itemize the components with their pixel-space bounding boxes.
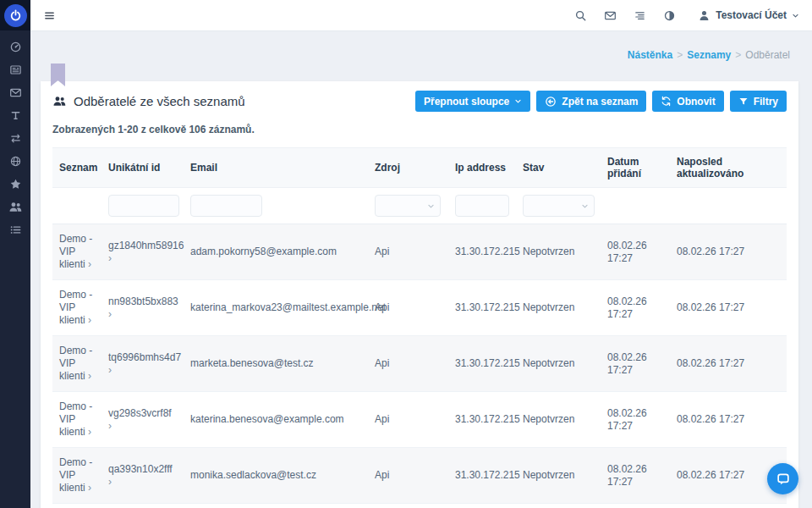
filter-zdroj-select[interactable] (375, 195, 441, 217)
seznam-link[interactable]: Demo - VIP klienti › (59, 400, 92, 438)
envelope-icon (9, 86, 22, 99)
chevron-right-icon: › (88, 258, 91, 270)
filter-cell-added (601, 188, 670, 224)
table-row: Demo - VIP klienti ›hb549s8x694 ›lucie.k… (52, 504, 787, 508)
id-link[interactable]: gz1840hm58916 › (108, 240, 184, 264)
sidebar-item-envelope[interactable] (0, 81, 30, 104)
breadcrumb-separator: > (672, 49, 687, 61)
contrast-icon[interactable] (662, 8, 676, 22)
cell-added: 08.02.26 17:27 (601, 280, 670, 336)
cell-ip: 31.30.172.215 (448, 280, 516, 336)
filter-email-input[interactable] (190, 195, 262, 217)
cell-ip: 31.30.172.215 (448, 448, 516, 504)
table-row: Demo - VIP klienti ›qa393n10x2fff ›monik… (52, 448, 787, 504)
table-row: Demo - VIP klienti ›gz1840hm58916 ›adam.… (52, 224, 787, 280)
refresh-icon (661, 96, 672, 107)
filter-cell-updated (670, 188, 787, 224)
filter-cell-stav (516, 188, 601, 224)
cell-seznam: Demo - VIP klienti › (52, 504, 102, 508)
toggle-columns-button[interactable]: Přepnout sloupce (415, 91, 530, 112)
topbar-actions: Testovací Účet (573, 8, 799, 22)
cell-email: lucie.kralova50@example.com (184, 504, 368, 508)
cell-updated: 08.02.26 17:27 (670, 280, 787, 336)
cell-id: nn983bt5bx883 › (102, 280, 184, 336)
envelope-icon[interactable] (603, 8, 617, 22)
table-row: Demo - VIP klienti ›nn983bt5bx883 ›kater… (52, 280, 787, 336)
filter-id-input[interactable] (108, 195, 179, 217)
sidebar-item-swap-arrows[interactable] (0, 127, 30, 150)
main-content: Nástěnka>Seznamy>Odběratel Odběratelé ze… (30, 31, 812, 508)
search-icon[interactable] (573, 8, 587, 22)
breadcrumb-item-2[interactable]: Seznamy (687, 49, 731, 61)
cell-added: 08.02.26 17:27 (601, 448, 670, 504)
records-summary: Zobrazených 1-20 z celkově 106 záznamů. (41, 119, 798, 147)
cell-updated: 08.02.26 17:27 (670, 504, 787, 508)
arrow-left-circle-icon (545, 96, 557, 108)
id-link[interactable]: qa393n10x2fff › (108, 463, 173, 488)
sidebar (0, 0, 30, 508)
chevron-right-icon: › (108, 252, 112, 264)
user-menu[interactable]: Testovací Účet (697, 8, 799, 22)
menu-lines-icon[interactable] (633, 8, 646, 22)
cell-zdroj: Api (368, 336, 448, 392)
id-link[interactable]: nn983bt5bx883 › (108, 295, 178, 320)
sidebar-item-globe[interactable] (0, 150, 30, 173)
globe-icon (9, 155, 22, 168)
cell-id: vg298s3vcrf8f › (102, 392, 184, 448)
filter-cell-seznam (52, 188, 102, 224)
table-row: Demo - VIP klienti ›vg298s3vcrf8f ›kater… (52, 392, 787, 448)
power-logo-icon (4, 4, 27, 27)
seznam-link[interactable]: Demo - VIP klienti › (59, 345, 92, 382)
cell-added: 08.02.26 17:27 (601, 336, 670, 392)
cell-id: tq6996bmhs4d7 › (102, 336, 184, 392)
sidebar-item-newspaper[interactable] (0, 58, 30, 81)
column-header-ip: Ip address (448, 148, 516, 188)
cell-id: qa393n10x2fff › (102, 448, 184, 504)
id-link[interactable]: tq6996bmhs4d7 › (108, 351, 181, 376)
cell-zdroj: Api (368, 448, 448, 504)
breadcrumb-separator: > (731, 49, 745, 61)
app-logo[interactable] (0, 0, 30, 30)
filters-button[interactable]: Filtry (730, 91, 787, 112)
id-link[interactable]: vg298s3vcrf8f › (108, 407, 172, 432)
card-header: Odběratelé ze všech seznamů Přepnout slo… (41, 81, 798, 119)
seznam-link[interactable]: Demo - VIP klienti › (59, 289, 92, 326)
cell-stav: Nepotvrzen (516, 280, 601, 336)
column-header-stav: Stav (516, 148, 601, 188)
cell-stav: Nepotvrzen (516, 392, 601, 448)
cell-seznam: Demo - VIP klienti › (52, 448, 102, 504)
caret-down-icon (581, 202, 589, 210)
seznam-link[interactable]: Demo - VIP klienti › (59, 456, 92, 494)
filter-cell-id (102, 188, 184, 224)
seznam-link[interactable]: Demo - VIP klienti › (59, 233, 92, 270)
table-filter-row (52, 188, 787, 224)
filter-ip-input[interactable] (455, 195, 509, 217)
column-header-zdroj: Zdroj (368, 148, 448, 188)
filter-stav-select[interactable] (523, 195, 595, 217)
column-header-added: Datum přidání (601, 148, 670, 188)
chevron-right-icon: › (88, 314, 91, 326)
hamburger-menu-icon[interactable] (43, 9, 56, 22)
topbar: Testovací Účet (30, 0, 812, 31)
sidebar-item-dashboard[interactable] (0, 36, 30, 58)
table-row: Demo - VIP klienti ›tq6996bmhs4d7 ›marke… (52, 336, 787, 392)
back-to-list-button[interactable]: Zpět na seznam (536, 91, 646, 112)
sidebar-item-list[interactable] (0, 218, 30, 241)
table-header-row: SeznamUnikátní idEmailZdrojIp addressSta… (52, 148, 787, 188)
sidebar-item-users[interactable] (0, 196, 30, 218)
sidebar-item-star[interactable] (0, 173, 30, 196)
text-format-icon (9, 109, 22, 122)
sidebar-item-text-format[interactable] (0, 104, 30, 127)
cell-seznam: Demo - VIP klienti › (52, 336, 102, 392)
chevron-right-icon: › (88, 426, 91, 438)
breadcrumb-item-1[interactable]: Nástěnka (628, 49, 672, 61)
cell-updated: 08.02.26 17:27 (670, 392, 787, 448)
refresh-button[interactable]: Obnovit (652, 91, 723, 112)
chat-button[interactable] (767, 463, 798, 494)
cell-seznam: Demo - VIP klienti › (52, 280, 102, 336)
cell-id: gz1840hm58916 › (102, 224, 184, 280)
cell-ip: 31.30.172.215 (448, 392, 516, 448)
button-label: Obnovit (677, 96, 715, 108)
user-name: Testovací Účet (716, 9, 787, 21)
column-header-updated: Naposled aktualizováno (670, 148, 787, 188)
